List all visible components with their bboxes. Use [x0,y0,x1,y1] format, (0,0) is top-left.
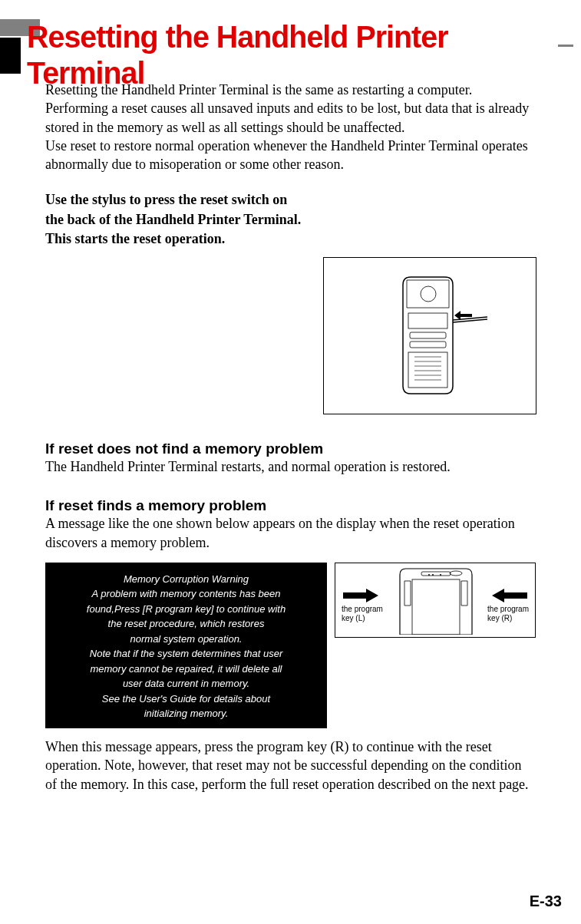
intro-paragraph-2: Use reset to restore normal operation wh… [45,137,536,174]
svg-rect-1 [408,313,447,328]
warning-line-2: A problem with memory contents has been [53,586,319,602]
svg-point-0 [421,286,436,302]
body-problem: A message like the one shown below appea… [45,514,536,552]
arrow-left-icon [490,589,529,602]
body-no-problem: The Handheld Printer Terminal restarts, … [45,457,536,476]
warning-line-9: See the User's Guide for details about [53,691,319,707]
section-problem: If reset finds a memory problem A messag… [45,497,536,552]
warning-line-7: memory cannot be repaired, it will delet… [53,662,319,677]
device-front-illustration [391,567,481,635]
key-label-left-2: key (L) [342,614,383,623]
warning-line-4: the reset procedure, which restores [53,616,319,632]
warning-line-6: Note that if the system determines that … [53,646,319,662]
section-no-problem: If reset does not find a memory problem … [45,441,536,476]
key-label-right: the program key (R) [487,605,529,623]
title-black-square [0,38,21,74]
svg-rect-15 [412,579,460,635]
key-label-left: the program key (L) [342,605,383,623]
device-back-illustration [368,271,491,401]
arrow-right-icon [342,589,380,602]
page-number: E-33 [530,893,562,910]
svg-point-17 [432,574,434,576]
warning-line-1: Memory Corruption Warning [53,572,319,587]
content-area: Resetting the Handheld Printer Terminal … [45,81,536,794]
key-label-left-1: the program [342,605,383,614]
svg-point-16 [428,574,430,576]
svg-rect-3 [410,342,446,348]
title-gray-line [558,45,573,47]
key-label-right-1: the program [487,605,529,614]
svg-point-14 [450,571,462,576]
closing-paragraph: When this message appears, press the pro… [45,738,536,794]
device-back-figure [323,257,536,414]
warning-line-10: initializing memory. [53,706,319,721]
svg-rect-2 [410,332,446,338]
svg-point-18 [440,574,441,576]
heading-no-problem: If reset does not find a memory problem [45,441,536,457]
key-label-right-2: key (R) [487,614,529,623]
warning-line-5: normal system operation. [53,632,319,647]
program-keys-figure: the program key (L) the program key (R) [335,563,536,638]
memory-warning-message: Memory Corruption Warning A problem with… [45,563,327,728]
svg-rect-13 [421,572,451,576]
warning-line-3: found,Press [R program key] to continue … [53,602,319,617]
warning-row: Memory Corruption Warning A problem with… [45,563,536,728]
heading-problem: If reset finds a memory problem [45,497,536,514]
intro-paragraph-1: Resetting the Handheld Printer Terminal … [45,81,536,137]
svg-rect-4 [408,352,447,388]
instruction-paragraph: Use the stylus to press the reset switch… [45,190,306,249]
warning-line-8: user data current in memory. [53,676,319,691]
